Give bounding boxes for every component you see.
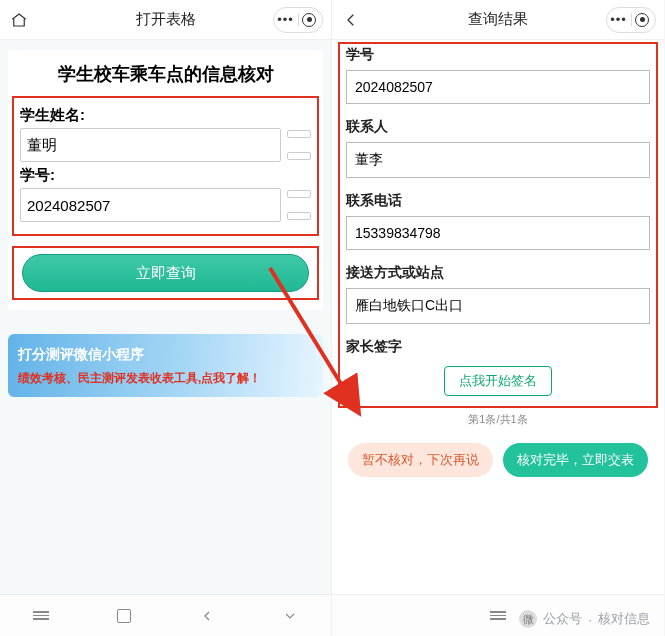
left-title: 打开表格 [136, 10, 196, 29]
close-target-icon[interactable] [632, 10, 652, 30]
pager-text: 第1条/共1条 [338, 412, 658, 427]
capsule-menu[interactable]: ••• [606, 7, 656, 33]
nav-down-icon[interactable] [275, 606, 305, 626]
ad-line2: 绩效考核、民主测评发表收表工具,点我了解！ [18, 370, 313, 387]
nav-back-icon[interactable] [192, 606, 222, 626]
result-station-value[interactable]: 雁白地铁口C出口 [346, 288, 650, 324]
left-phone: 打开表格 ••• 学生校车乘车点的信息核对 学生姓名: 董明 学号: 20240… [0, 0, 332, 636]
more-icon[interactable]: ••• [277, 13, 299, 26]
wm-dot: · [588, 612, 592, 627]
nav-recent-icon[interactable] [483, 606, 513, 626]
left-header: 打开表格 ••• [0, 0, 331, 40]
wm-prefix: 公众号 [543, 610, 582, 628]
watermark: 微 公众号 · 核对信息 [519, 610, 650, 628]
bottom-nav [0, 594, 331, 636]
result-sign-label: 家长签字 [346, 338, 650, 356]
back-icon[interactable] [342, 11, 372, 29]
ad-banner[interactable]: 打分测评微信小程序 绩效考核、民主测评发表收表工具,点我了解！ [8, 334, 323, 397]
wechat-icon: 微 [519, 610, 537, 628]
form-title: 学生校车乘车点的信息核对 [8, 62, 323, 86]
result-phone-value[interactable]: 15339834798 [346, 216, 650, 250]
bottom-nav: 微 公众号 · 核对信息 [332, 594, 664, 636]
id-label: 学号: [20, 166, 311, 185]
result-contact-value[interactable]: 董李 [346, 142, 650, 178]
action-row: 暂不核对，下次再说 核对完毕，立即交表 [338, 433, 658, 483]
wm-name: 核对信息 [598, 610, 650, 628]
home-icon[interactable] [10, 11, 40, 29]
result-contact-label: 联系人 [346, 118, 650, 136]
close-target-icon[interactable] [299, 10, 319, 30]
query-button[interactable]: 立即查询 [22, 254, 309, 292]
scan-icon[interactable] [287, 188, 311, 222]
capsule-menu[interactable]: ••• [273, 7, 323, 33]
ad-line1: 打分测评微信小程序 [18, 346, 313, 364]
submit-button[interactable]: 核对完毕，立即交表 [503, 443, 648, 477]
name-input[interactable]: 董明 [20, 128, 281, 162]
scan-icon[interactable] [287, 128, 311, 162]
form-highlight-box: 学生姓名: 董明 学号: 2024082507 [12, 96, 319, 236]
result-highlight-box: 学号 2024082507 联系人 董李 联系电话 15339834798 接送… [338, 42, 658, 408]
result-phone-label: 联系电话 [346, 192, 650, 210]
id-input[interactable]: 2024082507 [20, 188, 281, 222]
sign-button[interactable]: 点我开始签名 [444, 366, 552, 396]
right-title: 查询结果 [468, 10, 528, 29]
right-body: 学号 2024082507 联系人 董李 联系电话 15339834798 接送… [332, 40, 664, 594]
result-id-label: 学号 [346, 46, 650, 64]
left-body: 学生校车乘车点的信息核对 学生姓名: 董明 学号: 2024082507 立即查… [0, 40, 331, 594]
right-phone: 查询结果 ••• 学号 2024082507 联系人 董李 联系电话 15339… [332, 0, 664, 636]
nav-recent-icon[interactable] [26, 606, 56, 626]
name-label: 学生姓名: [20, 106, 311, 125]
right-header: 查询结果 ••• [332, 0, 664, 40]
query-highlight-box: 立即查询 [12, 246, 319, 300]
more-icon[interactable]: ••• [610, 13, 632, 26]
skip-button[interactable]: 暂不核对，下次再说 [348, 443, 493, 477]
result-id-value[interactable]: 2024082507 [346, 70, 650, 104]
result-station-label: 接送方式或站点 [346, 264, 650, 282]
nav-home-icon[interactable] [109, 606, 139, 626]
form-card: 学生校车乘车点的信息核对 学生姓名: 董明 学号: 2024082507 立即查… [8, 50, 323, 310]
